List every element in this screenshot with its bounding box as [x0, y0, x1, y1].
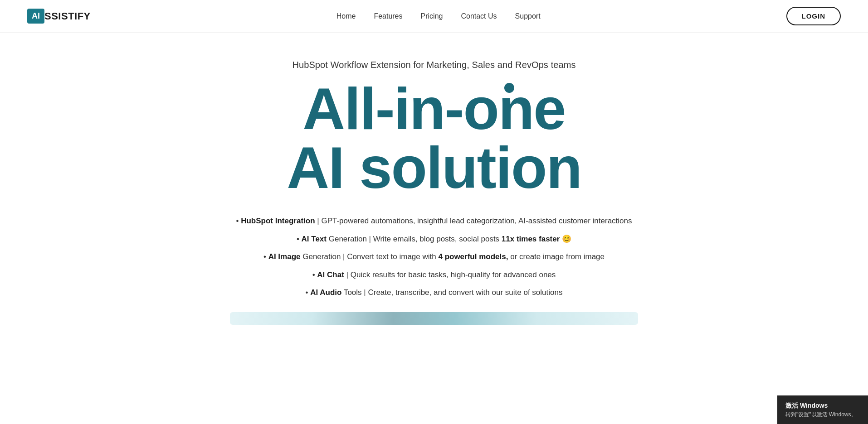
feature-ai-audio-bold: AI Audio: [310, 288, 341, 297]
nav-item-support[interactable]: Support: [515, 12, 541, 20]
feature-ai-text-text: Generation | Write emails, blog posts, s…: [329, 235, 502, 243]
feature-ai-audio-text: Tools | Create, transcribe, and convert …: [344, 288, 563, 297]
logo-box: AI: [27, 9, 44, 24]
nav-item-home[interactable]: Home: [336, 12, 356, 20]
nav-links: Home Features Pricing Contact Us Support: [336, 12, 541, 20]
hero-title: All-in-one AI solution: [287, 79, 581, 211]
logo[interactable]: AI SSISTIFY: [27, 9, 91, 24]
nav-link-contact[interactable]: Contact Us: [461, 12, 497, 20]
windows-notice-title: 激活 Windows: [785, 401, 860, 410]
navbar: AI SSISTIFY Home Features Pricing Contac…: [0, 0, 868, 33]
bottom-image-strip: [230, 312, 638, 325]
nav-link-pricing[interactable]: Pricing: [421, 12, 443, 20]
nav-link-features[interactable]: Features: [374, 12, 402, 20]
feature-hubspot-bold: HubSpot Integration: [241, 217, 315, 225]
windows-notice-subtitle: 转到"设置"以激活 Windows。: [785, 410, 860, 419]
feature-hubspot: • HubSpot Integration | GPT-powered auto…: [236, 215, 632, 227]
feature-ai-image-bold: AI Image: [268, 252, 301, 261]
hero-subtitle: HubSpot Workflow Extension for Marketing…: [292, 60, 575, 70]
nav-item-pricing[interactable]: Pricing: [421, 12, 443, 20]
feature-ai-text: • AI Text Generation | Write emails, blo…: [297, 233, 571, 245]
nav-item-contact[interactable]: Contact Us: [461, 12, 497, 20]
hero-title-line2: AI solution: [287, 138, 581, 197]
feature-ai-chat-text: | Quick results for basic tasks, high-qu…: [346, 270, 556, 279]
feature-ai-image: • AI Image Generation | Convert text to …: [263, 251, 605, 263]
feature-ai-audio: • AI Audio Tools | Create, transcribe, a…: [306, 287, 563, 299]
feature-ai-chat-bold: AI Chat: [317, 270, 344, 279]
windows-activation-notice: 激活 Windows 转到"设置"以激活 Windows。: [777, 395, 868, 424]
feature-hubspot-text: | GPT-powered automations, insightful le…: [317, 217, 632, 225]
hero-section: HubSpot Workflow Extension for Marketing…: [0, 33, 868, 343]
hero-features: • HubSpot Integration | GPT-powered auto…: [236, 215, 632, 299]
feature-ai-image-models: 4 powerful models,: [438, 252, 508, 261]
feature-ai-text-emoji: 😊: [562, 235, 571, 243]
hero-title-line1: All-in-one: [287, 79, 581, 138]
feature-ai-image-text: Generation | Convert text to image with: [302, 252, 438, 261]
login-button[interactable]: LOGIN: [786, 7, 841, 25]
feature-ai-image-end: or create image from image: [510, 252, 605, 261]
feature-ai-text-bold: AI Text: [302, 235, 327, 243]
feature-ai-chat: • AI Chat | Quick results for basic task…: [312, 269, 556, 281]
nav-item-features[interactable]: Features: [374, 12, 402, 20]
nav-link-support[interactable]: Support: [515, 12, 541, 20]
nav-link-home[interactable]: Home: [336, 12, 356, 20]
feature-ai-text-speed: 11x times faster: [502, 235, 560, 243]
logo-text: SSISTIFY: [44, 10, 91, 22]
